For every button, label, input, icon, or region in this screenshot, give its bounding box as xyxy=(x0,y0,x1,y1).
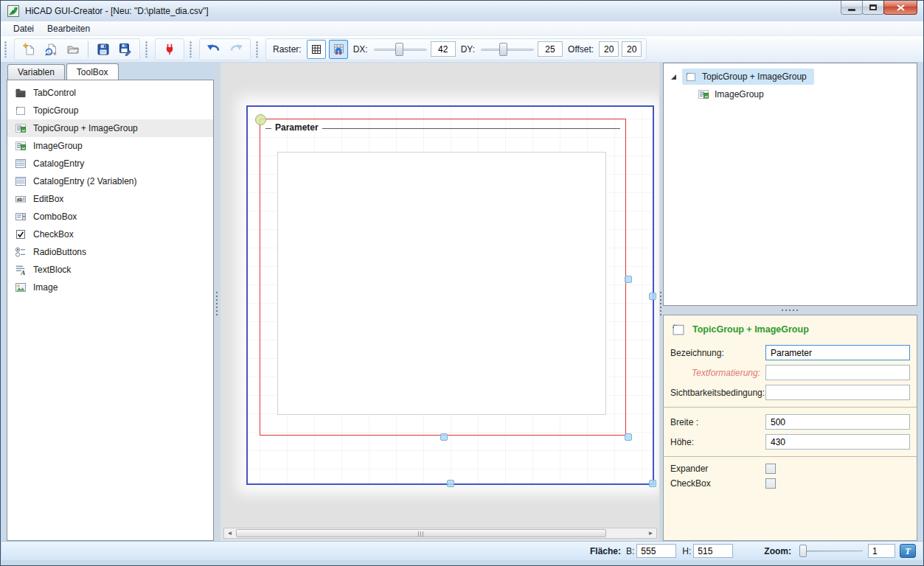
connect-plug-button[interactable] xyxy=(160,40,179,59)
close-button[interactable] xyxy=(883,1,917,15)
toolbox-item-image[interactable]: Image xyxy=(7,279,213,296)
toolbox-item-editbox[interactable]: EditBox xyxy=(7,190,213,208)
scroll-left-arrow-icon[interactable]: ◄ xyxy=(224,528,235,538)
sichtbarkeit-input[interactable] xyxy=(765,385,910,400)
window-controls xyxy=(841,1,917,15)
topicgroup-resize-handle-corner[interactable] xyxy=(625,433,632,441)
import-file-button[interactable] xyxy=(41,40,60,59)
tree-expander-icon[interactable] xyxy=(670,74,677,80)
dx-slider-thumb[interactable] xyxy=(395,43,403,56)
toolbox-item-catalogentry-2[interactable]: CatalogEntry (2 Variablen) xyxy=(7,172,213,190)
offset-y-input[interactable] xyxy=(622,41,642,57)
topicgroup-resize-handle-right[interactable] xyxy=(625,276,632,283)
checkbox-checkbox[interactable] xyxy=(765,478,776,489)
imagegroup-icon xyxy=(698,88,709,100)
surface-resize-handle-bottom[interactable] xyxy=(447,480,454,487)
topicgroup-icon xyxy=(671,322,686,337)
checkbox-icon xyxy=(15,228,27,240)
import-file-icon xyxy=(44,43,58,56)
imagegroup-element[interactable] xyxy=(277,152,606,415)
textformatierung-input[interactable] xyxy=(765,365,910,380)
topicgroup-origin-handle[interactable] xyxy=(255,114,266,125)
design-canvas-area[interactable]: Parameter ◄ ► xyxy=(220,63,659,541)
toolbox-item-textblock[interactable]: TextBlock xyxy=(7,261,213,279)
scrollbar-thumb[interactable] xyxy=(236,529,606,537)
flaeche-b-input[interactable] xyxy=(636,544,676,558)
topicgroup-resize-handle-bottom[interactable] xyxy=(440,433,448,441)
toolbar-grip[interactable] xyxy=(256,41,259,57)
dy-slider[interactable] xyxy=(480,41,535,57)
tab-toolbox[interactable]: ToolBox xyxy=(66,63,119,80)
toolbar-grip[interactable] xyxy=(190,41,192,57)
toolbar-grip[interactable] xyxy=(4,41,7,57)
topicgroup-header: Parameter xyxy=(265,123,620,133)
toolbox-item-topicgroup[interactable]: TopicGroup xyxy=(7,102,213,119)
offset-label: Offset: xyxy=(568,44,594,55)
breite-input[interactable] xyxy=(765,414,910,430)
zoom-value-input[interactable] xyxy=(868,544,895,558)
save-icon xyxy=(97,43,110,56)
expander-checkbox[interactable] xyxy=(765,464,776,474)
toolbox-item-label: ComboBox xyxy=(33,212,77,222)
toolbar-grip[interactable] xyxy=(145,41,148,57)
topicgroup-element[interactable]: Parameter xyxy=(260,119,626,436)
breite-label: Breite : xyxy=(670,417,760,427)
maximize-button[interactable] xyxy=(862,1,884,15)
tree-node-topicgroup-imagegroup[interactable]: TopicGroup + ImageGroup xyxy=(664,68,917,85)
dx-slider[interactable] xyxy=(373,41,428,57)
minimize-button[interactable] xyxy=(841,1,863,15)
tree-node-imagegroup[interactable]: ImageGroup xyxy=(664,85,917,103)
menu-datei[interactable]: Datei xyxy=(7,22,41,35)
dy-value-input[interactable] xyxy=(538,41,563,57)
surface-resize-handle-corner[interactable] xyxy=(649,480,656,487)
menu-bearbeiten[interactable]: Bearbeiten xyxy=(41,22,97,35)
toolbox-panel: Variablen ToolBox TabControl TopicGroup … xyxy=(7,64,214,541)
tabcontrol-icon xyxy=(15,87,27,99)
toolbox-item-imagegroup[interactable]: ImageGroup xyxy=(7,137,213,155)
toolbox-item-combobox[interactable]: ComboBox xyxy=(7,208,213,226)
topicgroup-imagegroup-icon xyxy=(15,122,27,134)
expander-label: Expander xyxy=(670,464,760,474)
zoom-slider[interactable] xyxy=(799,544,864,559)
offset-x-input[interactable] xyxy=(599,41,619,57)
tree-properties-splitter[interactable] xyxy=(663,306,917,315)
hicad-logo-icon xyxy=(7,5,19,17)
canvas-horizontal-scrollbar[interactable]: ◄ ► xyxy=(223,528,657,539)
surface-resize-handle-right[interactable] xyxy=(649,293,656,300)
properties-panel: TopicGroup + ImageGroup Bezeichnung: Tex… xyxy=(663,315,917,541)
toolbox-item-topicgroup-imagegroup[interactable]: TopicGroup + ImageGroup xyxy=(7,119,213,137)
dy-slider-thumb[interactable] xyxy=(499,43,507,56)
properties-title: TopicGroup + ImageGroup xyxy=(692,324,809,335)
scroll-right-arrow-icon[interactable]: ► xyxy=(645,528,656,538)
toolbox-item-checkbox[interactable]: CheckBox xyxy=(7,226,213,243)
save-button[interactable] xyxy=(94,40,113,59)
property-row-textformatierung: Textformatierung: xyxy=(670,365,910,380)
snap-grid-toggle-button[interactable] xyxy=(329,40,348,59)
open-folder-button[interactable] xyxy=(63,40,83,59)
dy-slider-track[interactable] xyxy=(481,49,534,51)
toolbox-item-catalogentry[interactable]: CatalogEntry xyxy=(7,155,213,172)
text-mode-button[interactable]: T xyxy=(900,544,916,558)
grid-toggle-button[interactable] xyxy=(307,40,326,59)
tab-variablen[interactable]: Variablen xyxy=(7,64,65,80)
zoom-slider-track[interactable] xyxy=(799,551,863,552)
zoom-slider-thumb[interactable] xyxy=(799,545,807,557)
status-bar: Fläche: B: H: Zoom: T xyxy=(1,541,923,560)
flaeche-h-input[interactable] xyxy=(693,544,733,558)
redo-button[interactable] xyxy=(226,40,246,59)
tree-node-label: TopicGroup + ImageGroup xyxy=(702,71,807,82)
dx-value-input[interactable] xyxy=(431,41,456,57)
hoehe-input[interactable] xyxy=(765,434,910,450)
undo-button[interactable] xyxy=(204,40,223,59)
save-as-button[interactable] xyxy=(116,40,135,59)
toolbox-item-radiobuttons[interactable]: RadioButtons xyxy=(7,243,213,261)
new-file-button[interactable] xyxy=(19,40,38,59)
bezeichnung-input[interactable] xyxy=(765,345,910,360)
design-surface[interactable]: Parameter xyxy=(246,105,654,485)
left-splitter[interactable] xyxy=(214,63,220,541)
toolbox-item-tabcontrol[interactable]: TabControl xyxy=(7,84,213,102)
text-mode-icon: T xyxy=(905,545,911,557)
hoehe-label: Höhe: xyxy=(670,437,760,447)
topicgroup-title: Parameter xyxy=(271,123,322,132)
bezeichnung-label: Bezeichnung: xyxy=(670,348,760,358)
